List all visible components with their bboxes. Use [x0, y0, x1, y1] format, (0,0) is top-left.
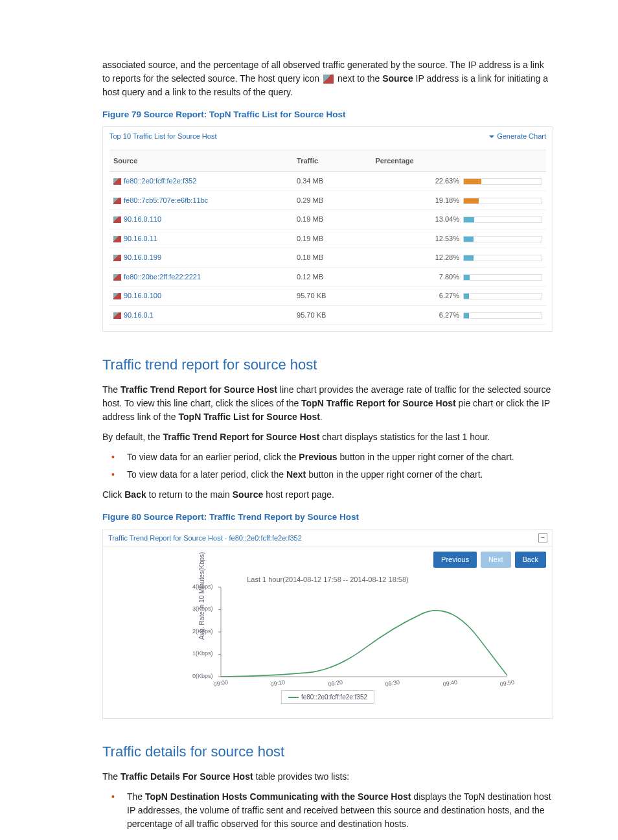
- percentage-cell: 6.27%: [371, 305, 546, 325]
- source-ip-link[interactable]: fe80::20be:2ff:fe22:2221: [124, 273, 201, 281]
- trend-paragraph-2: By default, the Traffic Trend Report for…: [102, 430, 553, 444]
- collapse-icon[interactable]: −: [538, 533, 547, 542]
- col-traffic: Traffic: [293, 150, 371, 172]
- traffic-cell: 0.19 MB: [293, 210, 371, 229]
- chart-time-range: Last 1 hour(2014-08-12 17:58 -- 2014-08-…: [109, 572, 546, 585]
- x-tick-label: 09:40: [442, 678, 458, 689]
- percentage-bar: [463, 178, 542, 185]
- legend-label: fe80::2e0:fcff:fe2e:f352: [301, 694, 367, 701]
- list-item: The TopN Destination Hosts Communicating…: [102, 790, 553, 831]
- host-query-icon[interactable]: [113, 216, 121, 223]
- text: The: [102, 384, 120, 395]
- source-ip-link[interactable]: fe80::7cb5:707e:e6fb:11bc: [124, 196, 208, 204]
- dropdown-icon: [489, 135, 494, 138]
- host-query-icon[interactable]: [113, 198, 121, 204]
- legend-line-icon: [288, 697, 299, 698]
- card-title: Top 10 Traffic List for Source Host: [109, 131, 216, 142]
- text: By default, the: [102, 432, 163, 442]
- text-bold: Source: [382, 73, 413, 84]
- x-tick-label: 09:20: [328, 678, 344, 689]
- percentage-cell: 6.27%: [371, 286, 546, 306]
- table-row: 90.16.0.195.70 KB6.27%: [109, 305, 546, 325]
- text: to return to the main: [149, 489, 233, 500]
- text: To view data for a later period, click t…: [127, 469, 286, 480]
- text: button in the upper right corner of the …: [308, 469, 483, 480]
- traffic-cell: 95.70 KB: [293, 305, 371, 325]
- percentage-bar: [463, 312, 542, 319]
- host-query-icon[interactable]: [113, 178, 121, 185]
- table-row: 90.16.0.1990.18 MB12.28%: [109, 248, 546, 268]
- table-row: 90.16.0.110.19 MB12.53%: [109, 229, 546, 248]
- traffic-cell: 0.29 MB: [293, 191, 371, 210]
- host-query-icon[interactable]: [113, 255, 121, 261]
- next-button[interactable]: Next: [481, 552, 511, 568]
- y-tick-label: 2(Kbps): [192, 627, 213, 636]
- traffic-cell: 0.34 MB: [293, 172, 371, 191]
- text: next to the: [338, 73, 382, 84]
- percentage-bar: [463, 198, 542, 204]
- text: The: [102, 771, 120, 782]
- chart-area: Last 1 hour(2014-08-12 17:58 -- 2014-08-…: [109, 572, 546, 708]
- back-button[interactable]: Back: [515, 552, 546, 568]
- x-tick-label: 09:00: [213, 678, 229, 689]
- text-bold: Traffic Trend Report for Source Host: [120, 384, 277, 395]
- trend-paragraph-3: Click Back to return to the main Source …: [102, 488, 553, 502]
- traffic-cell: 0.19 MB: [293, 229, 371, 248]
- host-query-icon[interactable]: [113, 293, 121, 299]
- host-query-icon[interactable]: [113, 236, 121, 242]
- trend-paragraph-1: The Traffic Trend Report for Source Host…: [102, 383, 553, 424]
- percentage-cell: 12.28%: [371, 248, 546, 268]
- table-row: fe80::7cb5:707e:e6fb:11bc0.29 MB19.18%: [109, 191, 546, 210]
- table-row: fe80::2e0:fcff:fe2e:f3520.34 MB22.63%: [109, 172, 546, 191]
- text: chart displays statistics for the last 1…: [322, 432, 490, 442]
- percentage-bar: [463, 216, 542, 223]
- generate-chart-label: Generate Chart: [497, 132, 546, 140]
- host-query-icon[interactable]: [113, 274, 121, 281]
- source-ip-link[interactable]: 90.16.0.110: [124, 215, 161, 223]
- percentage-bar: [463, 255, 542, 261]
- y-tick-label: 1(Kbps): [192, 649, 213, 659]
- text: To view data for an earlier period, clic…: [127, 452, 299, 462]
- percentage-cell: 7.80%: [371, 267, 546, 286]
- topn-traffic-list-card: Top 10 Traffic List for Source Host Gene…: [102, 126, 553, 332]
- source-ip-link[interactable]: fe80::2e0:fcff:fe2e:f352: [124, 177, 196, 185]
- y-tick-label: 0(Kbps): [192, 672, 213, 681]
- source-ip-link[interactable]: 90.16.0.11: [124, 235, 157, 242]
- text: host report page.: [266, 489, 334, 500]
- text-bold: Back: [124, 489, 146, 500]
- text-bold: Traffic Details For Source Host: [120, 771, 253, 782]
- percentage-cell: 22.63%: [371, 172, 546, 191]
- chart-legend: fe80::2e0:fcff:fe2e:f352: [281, 690, 374, 704]
- percentage-bar: [463, 274, 542, 281]
- host-query-icon: [323, 75, 334, 84]
- host-query-icon[interactable]: [113, 312, 121, 319]
- table-row: 90.16.0.1100.19 MB13.04%: [109, 210, 546, 229]
- traffic-cell: 0.12 MB: [293, 267, 371, 286]
- percentage-bar: [463, 293, 542, 299]
- percentage-cell: 19.18%: [371, 191, 546, 210]
- y-tick-label: 4(Kbps): [192, 583, 213, 592]
- text: .: [320, 412, 323, 422]
- percentage-bar: [463, 236, 542, 242]
- section-traffic-trend-heading: Traffic trend report for source host: [102, 354, 553, 375]
- list-item: To view data for a later period, click t…: [102, 468, 553, 482]
- x-tick-label: 09:30: [385, 678, 401, 689]
- text-bold: Source: [233, 489, 263, 500]
- text: table provides two lists:: [256, 771, 350, 782]
- x-tick-label: 09:10: [270, 678, 286, 689]
- text-bold: Next: [286, 469, 306, 480]
- table-row: fe80::20be:2ff:fe22:22210.12 MB7.80%: [109, 267, 546, 286]
- source-ip-link[interactable]: 90.16.0.100: [124, 292, 161, 299]
- text: button in the upper right corner of the …: [339, 452, 514, 462]
- previous-button[interactable]: Previous: [433, 552, 477, 568]
- text-bold: TopN Traffic Report for Source Host: [301, 398, 456, 408]
- text: Click: [102, 489, 124, 500]
- figure-80-caption: Figure 80 Source Report: Traffic Trend R…: [102, 511, 553, 524]
- x-tick-label: 09:50: [499, 678, 516, 689]
- source-ip-link[interactable]: 90.16.0.1: [124, 311, 154, 319]
- generate-chart-link[interactable]: Generate Chart: [489, 131, 546, 142]
- source-ip-link[interactable]: 90.16.0.199: [124, 253, 161, 261]
- y-axis-label: Avg. Rate in 10 Minutes(Kbps): [197, 552, 207, 639]
- table-row: 90.16.0.10095.70 KB6.27%: [109, 286, 546, 306]
- text-bold: TopN Traffic List for Source Host: [179, 412, 320, 422]
